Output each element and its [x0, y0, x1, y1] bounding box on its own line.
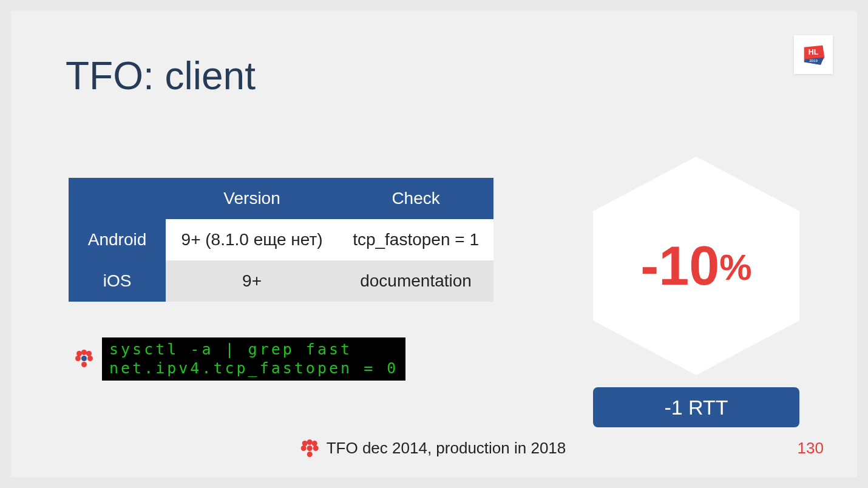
svg-text:2019: 2019 — [809, 58, 818, 63]
hex-value: -10% — [640, 235, 751, 297]
platform-table: Version Check Android 9+ (8.1.0 еще нет)… — [69, 178, 493, 302]
hl-logo-icon: HL 2019 — [799, 41, 827, 69]
rtt-badge: -1 RTT — [593, 387, 799, 427]
code-snippet: sysctl -a | grep fast net.ipv4.tcp_fasto… — [102, 337, 405, 381]
footnote-text: TFO dec 2014, production in 2018 — [327, 439, 566, 458]
slide: TFO: client HL 2019 Version Check Androi… — [11, 11, 857, 477]
cell-version: 9+ (8.1.0 еще нет) — [166, 219, 338, 260]
page-number: 130 — [798, 439, 824, 458]
th-version: Version — [166, 178, 338, 219]
th-check: Check — [338, 178, 493, 219]
highlight-hexagon: -10% — [593, 157, 799, 375]
conference-logo: HL 2019 — [794, 35, 833, 74]
th-blank — [69, 178, 166, 219]
row-label: iOS — [69, 260, 166, 302]
table-row: iOS 9+ documentation — [69, 260, 493, 302]
rosette-icon — [302, 441, 318, 456]
slide-title: TFO: client — [66, 53, 256, 98]
row-label: Android — [69, 219, 166, 260]
cell-check: tcp_fastopen = 1 — [338, 219, 493, 260]
table-row: Android 9+ (8.1.0 еще нет) tcp_fastopen … — [69, 219, 493, 260]
cell-check: documentation — [338, 260, 493, 302]
svg-text:HL: HL — [809, 48, 819, 56]
footnote: TFO dec 2014, production in 2018 — [302, 439, 566, 458]
cell-version: 9+ — [166, 260, 338, 302]
rosette-icon — [76, 351, 92, 369]
